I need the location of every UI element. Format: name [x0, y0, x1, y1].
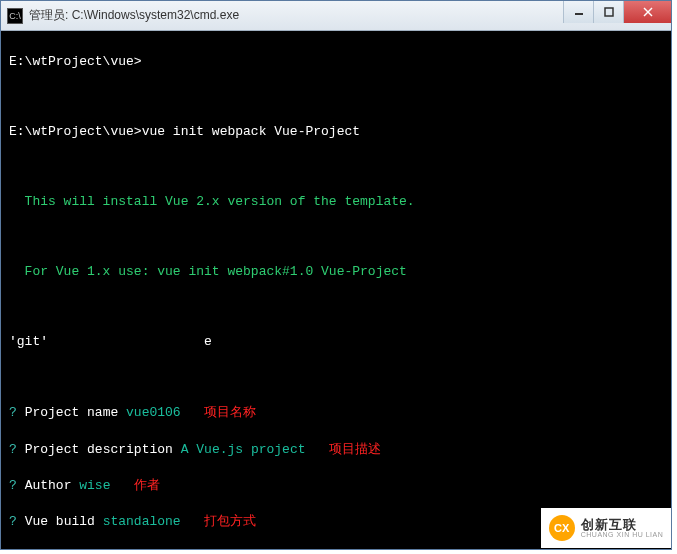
logo-text-pinyin: CHUANG XIN HU LIAN — [581, 531, 664, 538]
maximize-button[interactable] — [593, 1, 623, 23]
prompt: E:\wtProject\vue> — [9, 54, 142, 69]
question-value: standalone — [103, 514, 181, 529]
annotation: 作者 — [134, 477, 160, 492]
logo-mark-icon: CX — [549, 515, 575, 541]
git-line: 'git' e — [9, 334, 212, 349]
window-title: 管理员: C:\Windows\system32\cmd.exe — [29, 7, 239, 24]
close-button[interactable] — [623, 1, 671, 23]
annotation: 项目描述 — [329, 441, 381, 456]
question-value: A Vue.js project — [181, 442, 306, 457]
annotation: 打包方式 — [204, 513, 256, 528]
info-text: For Vue 1.x use: vue init webpack#1.0 Vu… — [25, 264, 407, 279]
svg-rect-1 — [605, 8, 613, 16]
cmd-window: C:\ 管理员: C:\Windows\system32\cmd.exe E:\… — [0, 0, 672, 550]
question-label: Author — [25, 478, 72, 493]
titlebar: C:\ 管理员: C:\Windows\system32\cmd.exe — [1, 1, 671, 31]
question-label: Project description — [25, 442, 173, 457]
titlebar-left: C:\ 管理员: C:\Windows\system32\cmd.exe — [1, 7, 239, 24]
maximize-icon — [604, 7, 614, 17]
watermark-logo: CX 创新互联 CHUANG XIN HU LIAN — [541, 508, 671, 548]
cmd-icon: C:\ — [7, 8, 23, 24]
window-controls — [563, 1, 671, 30]
annotation: 项目名称 — [204, 404, 256, 419]
logo-text-cn: 创新互联 — [581, 518, 664, 531]
question-value: vue0106 — [126, 405, 181, 420]
minimize-icon — [574, 7, 584, 17]
question-mark-icon: ? — [9, 405, 17, 420]
question-mark-icon: ? — [9, 478, 17, 493]
info-text: This will install Vue 2.x version of the… — [25, 194, 415, 209]
prompt: E:\wtProject\vue> — [9, 124, 142, 139]
question-label: Project name — [25, 405, 119, 420]
question-mark-icon: ? — [9, 442, 17, 457]
question-mark-icon: ? — [9, 514, 17, 529]
terminal-output[interactable]: E:\wtProject\vue> E:\wtProject\vue>vue i… — [1, 31, 671, 549]
close-icon — [643, 7, 653, 17]
command-text: vue init webpack Vue-Project — [142, 124, 360, 139]
minimize-button[interactable] — [563, 1, 593, 23]
question-value: wise — [79, 478, 110, 493]
question-label: Vue build — [25, 514, 95, 529]
